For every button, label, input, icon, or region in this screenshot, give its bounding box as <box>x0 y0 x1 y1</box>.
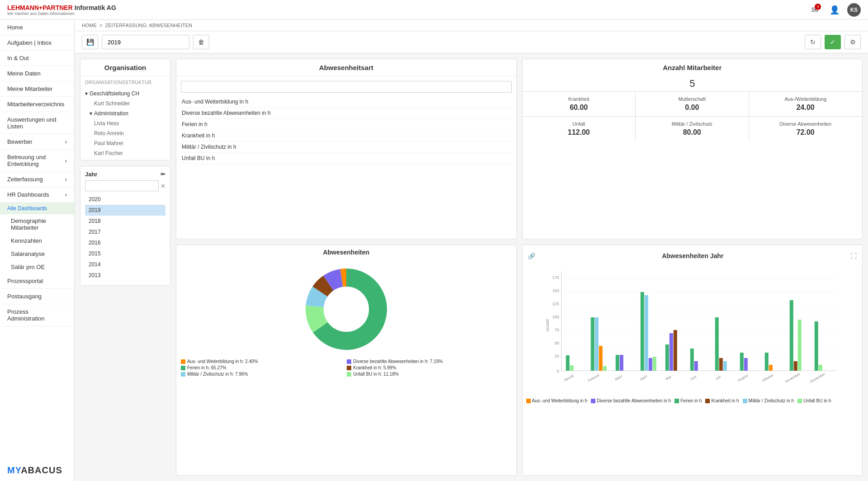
settings-button[interactable]: ⚙ <box>844 35 861 49</box>
bar-legend: Aus- und Weiterbildung in h Diverse beza… <box>523 396 863 405</box>
delete-button[interactable]: 🗑 <box>193 35 209 49</box>
org-item-geschaeftsleitung[interactable]: ▾ Geschäftsleitung CH <box>80 89 170 99</box>
svg-rect-39 <box>669 333 673 371</box>
svg-text:November: November <box>784 372 801 384</box>
jahr-item-2017[interactable]: 2017 <box>85 226 165 237</box>
org-section-label: ORGANISATIONSSTRUKTUR <box>80 76 170 87</box>
org-item-administration[interactable]: ▾ Administration <box>80 108 170 118</box>
sidebar-item-mitarbeiterverzeichnis[interactable]: Mitarbeiterverzeichnis <box>0 97 74 112</box>
sidebar-item-auswertungen[interactable]: Auswertungen und Listen <box>0 112 74 134</box>
user-profile-button[interactable]: 👤 <box>827 3 842 17</box>
stat-unfall: Unfall 112.00 <box>523 117 636 141</box>
svg-point-6 <box>324 287 369 332</box>
legend-krankheit: Krankheit in h: 5.99% <box>347 365 511 370</box>
jahr-panel: Jahr ✏ ✕ 2020 2019 2018 2017 2016 2015 <box>80 166 170 286</box>
logo: LEHMANN+PARTNER Informatik AG Wir machen… <box>7 4 116 16</box>
sidebar-item-alle-dashboards[interactable]: Alle Dashboards <box>0 203 74 214</box>
sidebar-item-salaranalyse[interactable]: Salaranalyse <box>0 247 74 260</box>
stats-grid: Krankheit 60.00 Mutterschaft 0.00 Aus-/W… <box>523 91 863 141</box>
left-column: Organisation ORGANISATIONSSTRUKTUR ▾ Ges… <box>80 59 170 476</box>
sidebar-item-demographie[interactable]: Demographie Mitarbeiter <box>0 214 74 234</box>
org-item-livia[interactable]: Livia Hess <box>80 118 170 128</box>
breadcrumb-separator: > <box>99 23 102 28</box>
svg-rect-51 <box>793 361 797 371</box>
sidebar-item-meine-daten[interactable]: Meine Daten <box>0 66 74 81</box>
absence-item-3[interactable]: Krankheit in h <box>181 130 512 141</box>
sidebar-item-in-out[interactable]: In & Out <box>0 51 74 66</box>
jahr-search-input[interactable] <box>85 180 159 191</box>
org-item-paul[interactable]: Paul Mahrer <box>80 138 170 148</box>
stat-militaer: Militär / Zivilschutz 80.00 <box>636 117 749 141</box>
bar-chart-container: 0 25 50 75 100 125 150 17 <box>523 267 863 396</box>
breadcrumb-home[interactable]: HOME <box>82 23 97 28</box>
svg-text:50: 50 <box>554 341 559 345</box>
sidebar-item-betreuung[interactable]: Betreuung und Entwicklung ‹ <box>0 150 74 172</box>
logo-sub: Informatik AG <box>75 4 116 11</box>
app-body: Home Aufgaben | Inbox In & Out Meine Dat… <box>0 20 868 481</box>
refresh-button[interactable]: ↻ <box>805 35 821 49</box>
organisation-panel: Organisation ORGANISATIONSSTRUKTUR ▾ Ges… <box>80 59 170 160</box>
myabacus-logo: MYABACUS <box>7 465 67 476</box>
svg-text:Januar: Januar <box>563 373 575 382</box>
org-item-karl[interactable]: Karl Fischer <box>80 148 170 158</box>
sidebar-item-prozessportal[interactable]: Prozessportal <box>0 274 74 289</box>
avatar[interactable]: KS <box>847 3 861 17</box>
bar-chart-svg: 0 25 50 75 100 125 150 17 <box>526 267 859 393</box>
save-button[interactable]: 💾 <box>82 35 98 49</box>
org-item-reto[interactable]: Reto Amrein <box>80 128 170 138</box>
org-item-kurt[interactable]: Kurt Schneider <box>80 99 170 108</box>
sidebar-item-bewerber[interactable]: Bewerber ‹ <box>0 134 74 150</box>
svg-rect-35 <box>644 295 648 371</box>
abwesenheitsart-input[interactable] <box>181 81 512 93</box>
donut-svg <box>301 264 392 354</box>
jahr-item-2014[interactable]: 2014 <box>85 259 165 270</box>
svg-text:Mai: Mai <box>665 375 672 381</box>
sidebar-item-kennzahlen[interactable]: Kennzahlen <box>0 234 74 247</box>
absence-item-2[interactable]: Ferien in h <box>181 119 512 130</box>
clear-icon[interactable]: ✕ <box>160 183 165 189</box>
svg-text:Dezember: Dezember <box>809 372 826 384</box>
absence-item-0[interactable]: Aus- und Weiterbildung in h <box>181 96 512 108</box>
logo-tagline: Wir machen aus Daten Informationen <box>7 11 116 16</box>
svg-rect-30 <box>599 346 602 371</box>
jahr-item-2015[interactable]: 2015 <box>85 248 165 259</box>
expand-icon[interactable]: ⛶ <box>850 252 857 259</box>
svg-text:Juli: Juli <box>715 375 722 381</box>
svg-text:150: 150 <box>552 288 559 293</box>
svg-text:25: 25 <box>554 354 559 358</box>
svg-text:Oktober: Oktober <box>761 373 774 383</box>
legend-weiterbildung: Aus- und Weiterbildung in h: 2.40% <box>181 359 345 364</box>
abwesenheitsart-panel: Abwesenheitsart Aus- und Weiterbildung i… <box>176 59 517 239</box>
sidebar-item-home[interactable]: Home <box>0 20 74 35</box>
jahr-item-2018[interactable]: 2018 <box>85 216 165 226</box>
svg-rect-40 <box>673 330 677 371</box>
svg-rect-32 <box>615 355 619 371</box>
sidebar-item-hr-dashboards[interactable]: HR Dashboards › <box>0 187 74 203</box>
svg-rect-41 <box>690 349 693 371</box>
jahr-label: Jahr <box>85 171 97 178</box>
jahr-item-2020[interactable]: 2020 <box>85 194 165 205</box>
donut-container <box>176 259 516 359</box>
sidebar-item-prozess-admin[interactable]: Prozess Administration <box>0 304 74 326</box>
jahr-item-2013[interactable]: 2013 <box>85 270 165 281</box>
expand-arrow: ▾ <box>85 90 88 97</box>
year-input[interactable] <box>102 35 189 49</box>
sidebar-item-salar-oe[interactable]: Salär pro OE <box>0 260 74 274</box>
sidebar: Home Aufgaben | Inbox In & Out Meine Dat… <box>0 20 75 481</box>
svg-rect-29 <box>594 317 598 371</box>
sidebar-item-meine-mitarbeiter[interactable]: Meine Mitarbeiter <box>0 81 74 97</box>
jahr-item-2019[interactable]: 2019 <box>85 205 165 216</box>
sidebar-item-postausgang[interactable]: Postausgang <box>0 289 74 304</box>
svg-text:100: 100 <box>552 315 559 319</box>
absence-item-1[interactable]: Diverse bezahlte Abwesenheiten in h <box>181 108 512 119</box>
edit-icon[interactable]: ✏ <box>160 171 165 178</box>
notification-button[interactable]: ✉ 3 <box>807 3 822 17</box>
sidebar-item-zeiterfassung[interactable]: Zeiterfassung ‹ <box>0 172 74 187</box>
sidebar-item-aufgaben[interactable]: Aufgaben | Inbox <box>0 35 74 51</box>
link-icon[interactable]: 🔗 <box>528 253 535 259</box>
jahr-item-2016[interactable]: 2016 <box>85 237 165 248</box>
confirm-button[interactable]: ✓ <box>825 35 841 49</box>
absence-item-5[interactable]: Unfall BU in h <box>181 153 512 164</box>
jahr-header: Jahr ✏ <box>85 171 165 178</box>
absence-item-4[interactable]: Militär / Zivilschutz in h <box>181 141 512 153</box>
